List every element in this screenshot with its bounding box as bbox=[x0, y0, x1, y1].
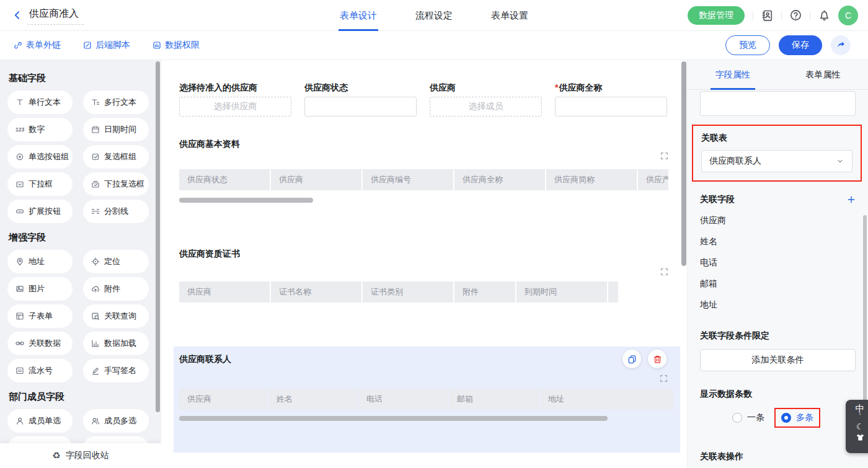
form-external-link[interactable]: 表单外链 bbox=[14, 40, 61, 51]
field-pill-image[interactable]: 图片 bbox=[7, 277, 73, 301]
assoc-field-item[interactable]: 邮箱 bbox=[700, 278, 856, 291]
sidebar-scrollbar[interactable] bbox=[156, 61, 160, 412]
field-pill-serial-number[interactable]: 流水号 bbox=[7, 359, 73, 382]
table-column-header: 供应商 bbox=[271, 169, 363, 190]
avatar[interactable]: C bbox=[838, 6, 858, 25]
field-pill-dropdown-multi[interactable]: 下拉复选框 bbox=[83, 172, 149, 196]
share-button[interactable] bbox=[831, 35, 851, 55]
backend-script[interactable]: 后端脚本 bbox=[83, 40, 130, 51]
field-pill-subform[interactable]: 子表单 bbox=[7, 304, 73, 328]
supplier-basic-info-section[interactable]: 供应商基本资料供应商状态供应商供应商编号供应商全称供应商简称供应产 bbox=[179, 139, 668, 203]
assoc-field-item[interactable]: 地址 bbox=[700, 299, 856, 312]
field-pill-address[interactable]: 地址 bbox=[7, 250, 73, 273]
expand-icon[interactable] bbox=[660, 152, 668, 160]
expand-icon[interactable] bbox=[660, 268, 668, 276]
toolbar-links: 表单外链后端脚本数据权限 bbox=[0, 40, 200, 51]
field-input[interactable] bbox=[555, 97, 667, 117]
tab-form-design[interactable]: 表单设计 bbox=[339, 0, 378, 31]
topbar: 供应商准入 表单设计流程设定表单设置 数据管理 C bbox=[0, 0, 868, 31]
ime-moon-icon[interactable]: ☾ bbox=[856, 422, 864, 431]
display-count-radio[interactable]: 一条 bbox=[732, 412, 764, 423]
ime-apostrophe-icon[interactable]: ʼ bbox=[859, 414, 861, 420]
supplier-member-field[interactable]: 供应商选择成员 bbox=[430, 82, 542, 117]
save-button[interactable]: 保存 bbox=[779, 35, 822, 55]
member-single-icon bbox=[16, 417, 24, 425]
copy-section-button[interactable] bbox=[622, 350, 641, 368]
tab-form-settings[interactable]: 表单设置 bbox=[490, 0, 529, 31]
ime-skin-icon[interactable] bbox=[856, 433, 864, 441]
field-pill-location[interactable]: 定位 bbox=[83, 250, 149, 273]
panel-body: 关联表 供应商联系人 关联字段 供应商姓名电话邮箱地址 关联字段条件限定 添加关… bbox=[688, 90, 868, 468]
chevron-down-icon bbox=[836, 157, 844, 166]
back-icon[interactable] bbox=[12, 11, 22, 20]
subform-table-header: 供应商姓名电话邮箱地址 bbox=[179, 389, 680, 410]
panel-tab-form-props[interactable]: 表单属性 bbox=[778, 60, 868, 89]
data-permission-label: 数据权限 bbox=[165, 40, 200, 51]
field-pill-single-line-text[interactable]: 单行文本 bbox=[7, 91, 73, 114]
panel-tab-field-props[interactable]: 字段属性 bbox=[688, 60, 778, 89]
display-count-radio[interactable]: 多条 bbox=[781, 412, 813, 423]
data-manage-button[interactable]: 数据管理 bbox=[688, 6, 745, 25]
data-permission[interactable]: 数据权限 bbox=[153, 40, 200, 51]
form-title[interactable]: 供应商准入 bbox=[28, 6, 84, 25]
select-icon bbox=[16, 180, 24, 188]
expand-icon[interactable] bbox=[660, 374, 668, 382]
table-column-header: 证书类别 bbox=[363, 281, 454, 302]
datetime-icon bbox=[91, 125, 100, 134]
supplier-certificates-section[interactable]: 供应商资质证书供应商证书名称证书类别附件到期时间 bbox=[179, 249, 668, 302]
number-icon: 123 bbox=[16, 126, 24, 133]
panel-scrollbar[interactable] bbox=[863, 215, 867, 402]
table-column-header: 到期时间 bbox=[516, 281, 608, 302]
field-pill-member-multi[interactable]: 成员多选 bbox=[83, 409, 149, 433]
assoc-field-item[interactable]: 姓名 bbox=[700, 236, 856, 249]
field-pill-member-single[interactable]: 成员单选 bbox=[7, 409, 73, 433]
field-pill-assoc-data[interactable]: 关联数据 bbox=[7, 332, 73, 355]
field-pill-checkbox-group[interactable]: 复选框组 bbox=[83, 145, 149, 169]
field-pill-assoc-lookup[interactable]: 关联查询 bbox=[83, 304, 149, 328]
assoc-field-item[interactable]: 供应商 bbox=[700, 215, 856, 227]
assoc-field-item[interactable]: 电话 bbox=[700, 257, 856, 270]
field-group-title: 基础字段 bbox=[9, 73, 161, 84]
field-pill-data-load[interactable]: 数据加载 bbox=[83, 332, 149, 355]
supplier-contacts-section[interactable]: 供应商联系人供应商姓名电话邮箱地址 bbox=[174, 347, 680, 453]
assoc-table-select[interactable]: 供应商联系人 bbox=[701, 150, 852, 172]
location-icon bbox=[91, 257, 100, 266]
field-pill-radio-group[interactable]: 单选按钮组 bbox=[7, 145, 73, 169]
field-pill-number[interactable]: 123数字 bbox=[7, 118, 73, 141]
canvas-scrollbar[interactable] bbox=[681, 61, 686, 266]
delete-section-button[interactable] bbox=[648, 350, 666, 368]
field-pill-attachment[interactable]: 附件 bbox=[83, 277, 149, 301]
help-icon[interactable] bbox=[790, 9, 802, 21]
horizontal-scrollbar[interactable] bbox=[179, 416, 608, 421]
field-pill-dropdown[interactable]: 下拉框 bbox=[7, 172, 73, 196]
supplier-status-field[interactable]: 供应商状态 bbox=[304, 82, 417, 117]
preview-button[interactable]: 预览 bbox=[725, 35, 770, 55]
add-assoc-condition-button[interactable]: 添加关联条件 bbox=[700, 349, 856, 371]
supplier-full-name-field[interactable]: *供应商全称 bbox=[555, 82, 667, 117]
field-input[interactable]: 选择供应商 bbox=[179, 97, 291, 117]
radio-icon bbox=[781, 413, 791, 423]
recycle-icon: ♻ bbox=[52, 450, 60, 461]
field-input[interactable]: 选择成员 bbox=[430, 97, 542, 117]
horizontal-scrollbar[interactable] bbox=[179, 198, 313, 203]
bell-icon[interactable] bbox=[818, 9, 830, 21]
select-pending-supplier-field[interactable]: 选择待准入的供应商选择供应商 bbox=[179, 82, 291, 117]
contact-book-icon[interactable] bbox=[761, 9, 773, 21]
field-title-input[interactable] bbox=[700, 91, 856, 116]
field-pill-divider[interactable]: 分割线 bbox=[83, 200, 149, 223]
field-pill-datetime[interactable]: 日期时间 bbox=[83, 118, 149, 141]
panel-tabs: 字段属性表单属性 bbox=[688, 60, 868, 90]
subform-icon bbox=[16, 312, 24, 320]
field-pill-signature[interactable]: 手写签名 bbox=[83, 359, 149, 382]
add-assoc-field-icon[interactable] bbox=[847, 195, 856, 204]
field-recycle-bin[interactable]: ♻ 字段回收站 bbox=[0, 443, 161, 468]
field-pill-multi-line-text[interactable]: 多行文本 bbox=[83, 91, 149, 114]
properties-panel: 字段属性表单属性 关联表 供应商联系人 关联字段 供应商姓名电话邮箱地址 关联字… bbox=[687, 60, 868, 468]
field-label: 供应商状态 bbox=[304, 82, 417, 95]
backend-script-label: 后端脚本 bbox=[95, 40, 130, 51]
field-group-grid: 单行文本多行文本123数字日期时间单选按钮组复选框组下拉框下拉复选框扩展按钮分割… bbox=[7, 91, 161, 223]
tab-workflow-settings[interactable]: 流程设定 bbox=[414, 0, 454, 31]
trash-icon bbox=[653, 355, 662, 364]
field-input[interactable] bbox=[304, 97, 417, 117]
field-pill-extend-button[interactable]: 扩展按钮 bbox=[7, 200, 73, 223]
